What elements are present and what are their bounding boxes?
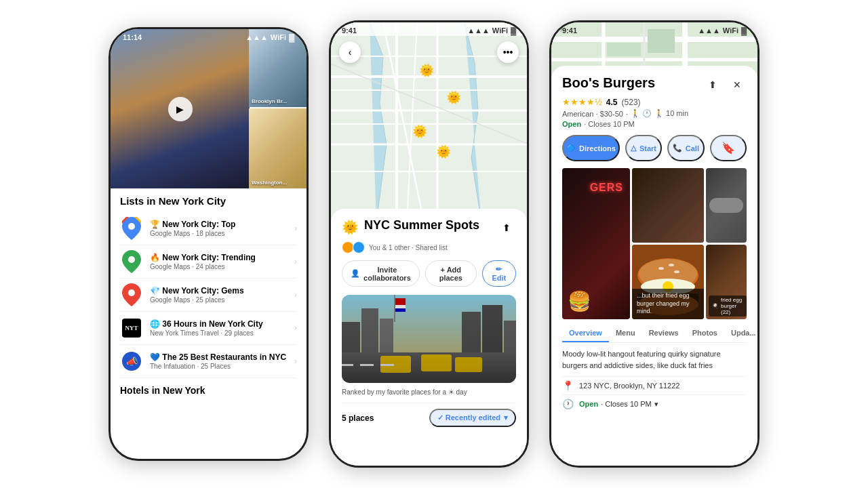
status-icons-3: ▲▲▲ WiFi ▓ bbox=[698, 26, 747, 35]
burger-emoji: 🍔 bbox=[568, 290, 591, 312]
signal-icon: ▲▲▲ bbox=[245, 33, 268, 41]
phone3-content: Tokyo 9:41 ▲▲▲ WiFi ▓ Boo's Burgers ⬆ ✕ bbox=[551, 22, 757, 466]
chevron-icon-1: › bbox=[294, 257, 297, 266]
recently-edited-button[interactable]: ✓ Recently edited ▾ bbox=[429, 409, 516, 427]
list-header: 🌞 NYC Summer Spots ⬆ bbox=[342, 218, 516, 237]
info-row-hours: Open · Closes 10 PM bbox=[562, 120, 747, 128]
list-info-0: 🏆 New York City: Top Google Maps · 18 pl… bbox=[150, 220, 294, 237]
hero-side-images: Brooklyn Br... Washington... bbox=[249, 29, 307, 188]
hotels-section-title: Hotels in New York bbox=[120, 385, 297, 396]
chevron-icon-4: › bbox=[294, 357, 297, 366]
photo-cell-3[interactable] bbox=[632, 168, 704, 243]
list-item-1[interactable]: 🔥 New York City: Trending Google Maps · … bbox=[120, 245, 297, 279]
photo-cell-1[interactable]: GERS 🍔 bbox=[562, 168, 630, 319]
info-row-category: American · $30-50 · 🚶 🕐 🚶 10 min bbox=[562, 109, 747, 118]
svg-rect-41 bbox=[607, 43, 641, 56]
list-item-0[interactable]: 🏆 New York City: Top Google Maps · 18 pl… bbox=[120, 212, 297, 245]
list-sub-4: The Infatuation · 25 Places bbox=[150, 363, 294, 370]
photo-cell-5[interactable]: 🍳 fried egg burger (22) bbox=[706, 245, 747, 319]
list-info-1: 🔥 New York City: Trending Google Maps · … bbox=[150, 253, 294, 270]
list-item-4[interactable]: 📣 💙 The 25 Best Restaurants in NYC The I… bbox=[120, 345, 297, 378]
bookmark-icon: 🔖 bbox=[722, 142, 735, 155]
list-photo bbox=[342, 295, 516, 383]
tab-reviews[interactable]: Reviews bbox=[642, 325, 686, 342]
walk-time-text: 🚶 10 min bbox=[654, 109, 688, 118]
photo-tag: 🍳 fried egg burger (22) bbox=[709, 296, 747, 317]
call-button[interactable]: 📞 Call bbox=[667, 135, 704, 161]
rating-row: ★★★★½ 4.5 (523) bbox=[562, 97, 747, 107]
list-name-3: 🌐 36 Hours in New York City bbox=[150, 319, 294, 329]
places-count: 5 places bbox=[342, 413, 374, 423]
start-icon: △ bbox=[631, 144, 636, 152]
list-name-2: 💎 New York City: Gems bbox=[150, 286, 294, 296]
stars: ★★★★½ bbox=[562, 97, 602, 107]
save-button[interactable]: 🔖 bbox=[710, 135, 747, 161]
list-name-1: 🔥 New York City: Trending bbox=[150, 253, 294, 262]
list-title: NYC Summer Spots bbox=[364, 218, 497, 232]
side-label-top: Brooklyn Br... bbox=[252, 98, 287, 104]
back-button[interactable]: ‹ bbox=[339, 41, 361, 63]
status-time-1: 11:14 bbox=[123, 33, 142, 41]
maps-icon-1 bbox=[120, 250, 143, 273]
photo-overlay bbox=[342, 295, 516, 383]
signal-3: ▲▲▲ bbox=[698, 26, 720, 35]
add-places-button[interactable]: + Add places bbox=[425, 260, 477, 287]
expand-icon: ▾ bbox=[654, 400, 658, 409]
list-item-3[interactable]: NYT 🌐 36 Hours in New York City New York… bbox=[120, 312, 297, 345]
chevron-icon-0: › bbox=[294, 224, 297, 233]
tab-photos[interactable]: Photos bbox=[686, 325, 724, 342]
list-meta-text: You & 1 other · Shared list bbox=[369, 244, 448, 251]
status-icons-2: ▲▲▲ WiFi ▓ bbox=[467, 26, 516, 35]
list-footer: 5 places ✓ Recently edited ▾ bbox=[342, 403, 516, 427]
signal-2: ▲▲▲ bbox=[467, 26, 490, 35]
list-sub-3: New York Times Travel · 29 places bbox=[150, 329, 294, 337]
dropdown-icon: ▾ bbox=[504, 413, 508, 422]
hours-row[interactable]: 🕐 Open · Closes 10 PM ▾ bbox=[562, 394, 747, 413]
status-bar-2: 9:41 ▲▲▲ WiFi ▓ bbox=[331, 22, 527, 36]
tab-overview[interactable]: Overview bbox=[562, 325, 609, 342]
clock-icon: 🕐 bbox=[562, 399, 574, 409]
tab-menu[interactable]: Menu bbox=[609, 325, 642, 342]
edit-button[interactable]: ✏ Edit bbox=[482, 260, 516, 287]
address-row: 📍 123 NYC, Brooklyn, NY 11222 bbox=[562, 376, 747, 394]
share-button[interactable]: ⬆ bbox=[497, 218, 516, 237]
close-icon-button[interactable]: ✕ bbox=[728, 75, 747, 94]
list-sub-1: Google Maps · 24 places bbox=[150, 263, 294, 270]
list-item-2[interactable]: 💎 New York City: Gems Google Maps · 25 p… bbox=[120, 279, 297, 312]
category-text: American · $30-50 bbox=[562, 110, 623, 118]
svg-point-49 bbox=[674, 270, 679, 273]
walk-time: 🚶 🕐 bbox=[631, 109, 652, 118]
action-buttons-row: 🔷 Directions △ Start 📞 Call 🔖 bbox=[562, 135, 747, 161]
hero-main-image[interactable]: ▶ bbox=[111, 29, 250, 188]
photo-cell-4[interactable]: ...but their fried egg burger changed my… bbox=[632, 245, 704, 319]
side-image-bottom[interactable]: Washington... bbox=[249, 108, 307, 188]
ranked-text: Ranked by my favorite places for a ☀ day bbox=[342, 388, 516, 396]
list-emoji: 🌞 bbox=[342, 219, 359, 235]
battery-icon: ▓ bbox=[289, 33, 294, 41]
list-name-0: 🏆 New York City: Top bbox=[150, 220, 294, 229]
place-panel: Boo's Burgers ⬆ ✕ ★★★★½ 4.5 (523) Americ… bbox=[551, 66, 757, 466]
share-icon-button[interactable]: ⬆ bbox=[703, 75, 722, 94]
start-button[interactable]: △ Start bbox=[625, 135, 662, 161]
phone-2: 9:41 ▲▲▲ WiFi ▓ bbox=[329, 20, 529, 468]
neon-sign: GERS bbox=[590, 182, 623, 194]
add-label: + Add places bbox=[434, 266, 468, 282]
lists-section: Lists in New York City 🏆 New York City: … bbox=[111, 188, 307, 408]
directions-button[interactable]: 🔷 Directions bbox=[562, 135, 620, 161]
tab-updates[interactable]: Upda... bbox=[724, 325, 757, 342]
play-button[interactable]: ▶ bbox=[168, 97, 193, 121]
list-info-2: 💎 New York City: Gems Google Maps · 25 p… bbox=[150, 286, 294, 304]
open-status: Open bbox=[562, 120, 581, 128]
call-label: Call bbox=[686, 144, 699, 152]
battery-3: ▓ bbox=[741, 26, 747, 35]
start-label: Start bbox=[639, 144, 656, 152]
photo-cell-2[interactable] bbox=[706, 168, 747, 243]
wifi-icon: WiFi bbox=[271, 33, 286, 41]
list-name-4: 💙 The 25 Best Restaurants in NYC bbox=[150, 352, 294, 362]
status-time-3: 9:41 bbox=[562, 26, 577, 35]
phone-1: 11:14 ▲▲▲ WiFi ▓ ▶ Brooklyn Br... Washi bbox=[108, 27, 309, 461]
list-info-4: 💙 The 25 Best Restaurants in NYC The Inf… bbox=[150, 352, 294, 370]
more-button[interactable]: ••• bbox=[497, 41, 519, 63]
invite-button[interactable]: 👤 Invite collaborators bbox=[342, 260, 420, 287]
phone1-content: 11:14 ▲▲▲ WiFi ▓ ▶ Brooklyn Br... Washi bbox=[111, 29, 307, 459]
